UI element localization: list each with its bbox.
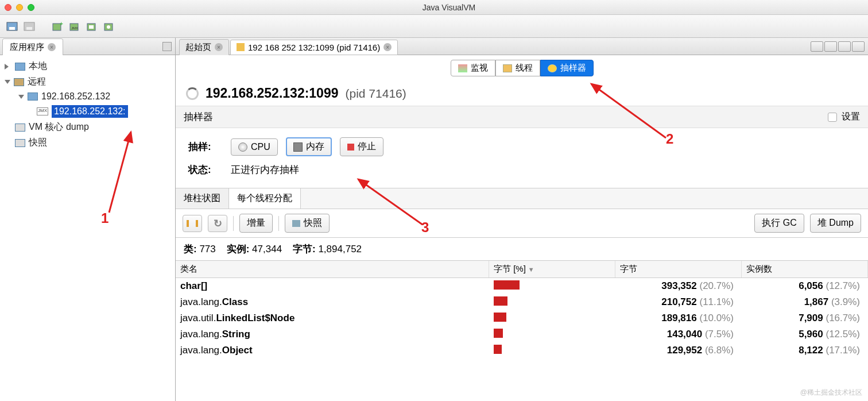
tree-label: 快照: [29, 137, 47, 149]
view-tab-threads[interactable]: 线程: [495, 60, 540, 76]
checkbox-settings[interactable]: [828, 113, 837, 122]
table-row[interactable]: java.lang.Class210,752 (11.1%)1,867 (3.9…: [176, 294, 868, 310]
java-icon: [237, 43, 245, 51]
toolbar-add-local-icon[interactable]: +: [52, 20, 64, 33]
table-row[interactable]: char[]393,352 (20.7%)6,056 (12.7%): [176, 278, 868, 294]
delta-button[interactable]: 增量: [239, 214, 273, 233]
vtab-label: 监视: [471, 63, 488, 74]
tree-host[interactable]: 192.168.252.132: [2, 90, 173, 103]
memory-button[interactable]: 内存: [286, 137, 332, 156]
tab-start-page[interactable]: 起始页 ×: [179, 39, 229, 56]
view-tab-monitor[interactable]: 监视: [451, 60, 495, 76]
tab-next-button[interactable]: [824, 41, 837, 52]
cell-classname: java.lang.String: [176, 327, 489, 341]
close-icon[interactable]: ×: [215, 43, 223, 51]
minimize-panel-icon[interactable]: [162, 42, 172, 51]
content-tabs: 起始页 × 192 168 252 132:1099 (pid 71416) ×: [176, 38, 868, 55]
zoom-icon[interactable]: [28, 4, 34, 11]
app-tree: 本地 远程 192.168.252.132 JMX 192.168.252.13…: [0, 55, 175, 401]
tab-maximize-button[interactable]: [852, 41, 865, 52]
refresh-button[interactable]: [208, 215, 227, 232]
sidebar-tab-label: 应用程序: [10, 42, 44, 53]
th-instances[interactable]: 实例数: [742, 261, 868, 277]
sort-desc-icon: ▼: [528, 266, 534, 273]
subheader: 抽样器 设置: [176, 106, 868, 128]
table-toolbar: 增量 快照 执行 GC 堆 Dump: [176, 209, 868, 238]
svg-rect-1: [9, 27, 15, 30]
th-bytes-pct[interactable]: 字节 [%]▼: [489, 261, 615, 277]
view-tabs: 监视 线程 抽样器: [176, 55, 868, 81]
jmx-icon: JMX: [37, 107, 48, 115]
bytes-label: 字节:: [293, 244, 316, 255]
cell-bar: [489, 279, 615, 293]
toolbar-save-icon[interactable]: [6, 20, 18, 33]
cell-bar: [489, 295, 615, 309]
cell-bar: [489, 311, 615, 325]
state-value: 正进行内存抽样: [231, 163, 299, 176]
sidebar-tabs: 应用程序 ×: [0, 38, 175, 55]
tab-nav: [811, 41, 865, 52]
window-title: Java VisualVM: [34, 3, 863, 12]
svg-rect-3: [26, 27, 32, 30]
remote-icon: [14, 78, 24, 86]
snapshot-icon: [292, 220, 300, 227]
expand-icon[interactable]: [5, 64, 11, 70]
tree-label: 192.168.252.132: [41, 91, 110, 102]
table-body: char[]393,352 (20.7%)6,056 (12.7%)java.l…: [176, 278, 868, 401]
close-icon[interactable]: [5, 4, 11, 11]
snapshot-button[interactable]: 快照: [285, 214, 330, 233]
cell-bytes: 143,040 (7.5%): [615, 327, 742, 341]
settings-label: 设置: [842, 111, 860, 123]
collapse-icon[interactable]: [18, 95, 24, 99]
cell-bytes: 210,752 (11.1%): [615, 295, 742, 309]
close-icon[interactable]: ×: [383, 43, 392, 51]
svg-rect-9: [89, 25, 94, 29]
close-icon[interactable]: ×: [48, 43, 56, 51]
heap-dump-button[interactable]: 堆 Dump: [810, 214, 861, 233]
tree-vm-dump[interactable]: VM 核心 dump: [2, 119, 173, 135]
sidebar-tab-apps[interactable]: 应用程序 ×: [2, 38, 63, 56]
th-bytes[interactable]: 字节: [615, 261, 742, 277]
pause-button[interactable]: [183, 215, 202, 232]
tree-snapshot[interactable]: 快照: [2, 135, 173, 151]
mode-histogram[interactable]: 堆柱状图: [176, 188, 229, 209]
table-row[interactable]: java.lang.Object129,952 (6.8%)8,122 (17.…: [176, 342, 868, 358]
toolbar-save-disabled-icon: [23, 20, 36, 33]
view-tab-sampler[interactable]: 抽样器: [540, 60, 594, 76]
tab-list-button[interactable]: [838, 41, 851, 52]
window-controls: [5, 4, 34, 11]
th-label: 字节 [%]: [494, 264, 526, 275]
tree-local[interactable]: 本地: [2, 59, 173, 74]
classes-value: 773: [199, 244, 215, 255]
cell-classname: java.util.LinkedList$Node: [176, 311, 489, 325]
toolbar-add-jmx-icon[interactable]: JMX: [69, 20, 82, 33]
threads-icon: [503, 64, 512, 72]
th-name[interactable]: 类名: [176, 261, 489, 277]
tree-label: VM 核心 dump: [29, 121, 89, 133]
sampler-icon: [548, 64, 557, 72]
cpu-button[interactable]: CPU: [231, 138, 278, 156]
cell-instances: 5,960 (12.5%): [742, 327, 868, 341]
toolbar-add-dump-icon[interactable]: [86, 20, 99, 33]
tab-prev-button[interactable]: [811, 41, 823, 52]
tree-label: 本地: [29, 60, 47, 72]
snapshot-icon: [15, 139, 25, 147]
gc-button[interactable]: 执行 GC: [754, 214, 804, 233]
minimize-icon[interactable]: [16, 4, 23, 11]
tree-remote[interactable]: 远程: [2, 74, 173, 90]
stop-button[interactable]: 停止: [340, 137, 383, 156]
tab-connection[interactable]: 192 168 252 132:1099 (pid 71416) ×: [230, 40, 398, 55]
host-icon: [15, 63, 25, 71]
cell-bar: [489, 327, 615, 341]
page-header: 192.168.252.132:1099 (pid 71416): [176, 81, 868, 106]
cell-bar: [489, 344, 615, 357]
collapse-icon[interactable]: [5, 80, 10, 84]
mode-per-thread[interactable]: 每个线程分配: [229, 188, 301, 209]
settings-toggle[interactable]: 设置: [828, 111, 860, 123]
table-row[interactable]: java.lang.String143,040 (7.5%)5,960 (12.…: [176, 326, 868, 342]
toolbar-add-snapshot-icon[interactable]: [103, 20, 116, 33]
cell-instances: 6,056 (12.7%): [742, 279, 868, 293]
table-row[interactable]: java.util.LinkedList$Node189,816 (10.0%)…: [176, 310, 868, 326]
btn-label: 内存: [306, 141, 324, 153]
tree-jmx-connection[interactable]: JMX 192.168.252.132:: [2, 103, 173, 119]
